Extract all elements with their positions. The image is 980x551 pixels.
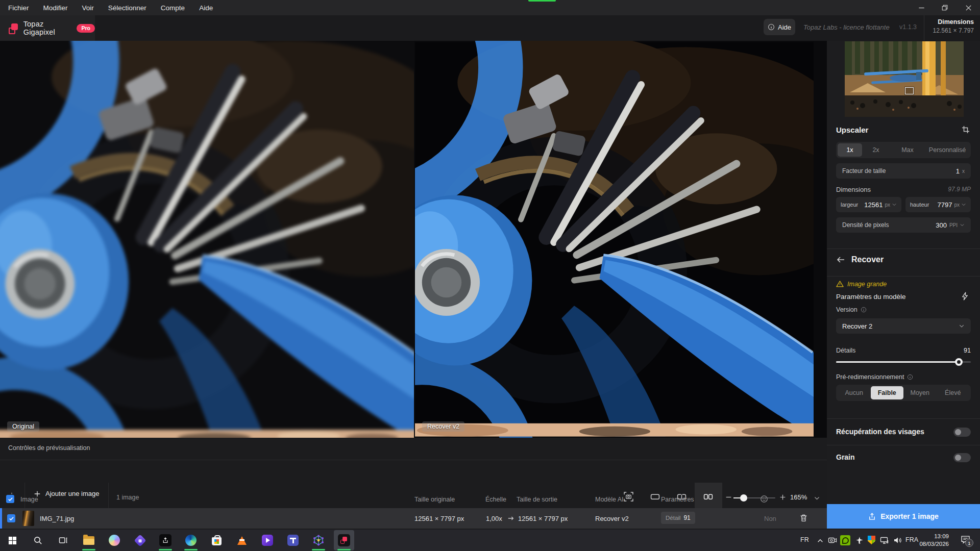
notification-badge: 1: [965, 539, 973, 547]
notification-center[interactable]: 1: [961, 535, 970, 544]
menu-fichier[interactable]: Fichier: [1, 0, 36, 15]
taskbar-search[interactable]: [28, 530, 48, 550]
smiley-icon[interactable]: [760, 495, 768, 503]
table-row[interactable]: IMG_71.jpg 12561 × 7797 px 1,00x 12561 ×…: [0, 508, 827, 529]
zoom-in-icon[interactable]: [779, 494, 786, 500]
crop-icon[interactable]: [962, 126, 970, 134]
preresize-moyen[interactable]: Moyen: [903, 386, 937, 399]
model-version-dropdown[interactable]: Recover 2: [836, 318, 971, 334]
menu-voir[interactable]: Voir: [75, 0, 101, 15]
grain-label: Grain: [836, 453, 855, 461]
mode-personnalise[interactable]: Personnalisé: [925, 143, 969, 157]
back-arrow-icon[interactable]: [836, 256, 845, 264]
menu-selectionner[interactable]: Sélectionner: [101, 0, 154, 15]
vlc-button[interactable]: [232, 530, 252, 550]
trash-icon[interactable]: [799, 514, 808, 522]
topaz-photo-ai-button[interactable]: [130, 530, 150, 550]
mode-1x[interactable]: 1x: [838, 143, 862, 157]
start-button[interactable]: [2, 530, 22, 550]
security-shield-icon[interactable]: [868, 536, 875, 544]
preview-area: Original Recover v2: [0, 41, 827, 438]
export-button[interactable]: Exporter 1 image: [827, 504, 980, 529]
running-indicator: [159, 549, 172, 550]
face-recovery-toggle[interactable]: [953, 428, 971, 437]
zoom-out-icon[interactable]: [725, 494, 732, 500]
microsoft-store-button[interactable]: [206, 530, 227, 550]
preresize-eleve[interactable]: Élevé: [937, 386, 970, 399]
snapshot-focus-icon[interactable]: [624, 492, 633, 502]
preresize-info-icon[interactable]: [907, 374, 913, 380]
col-ai-model[interactable]: Modèle AI: [595, 496, 624, 503]
airplane-mode-icon[interactable]: [855, 536, 864, 544]
tray-chevron-up-icon[interactable]: [817, 537, 824, 544]
screen-record-icon[interactable]: [828, 536, 837, 544]
topaz-video-ai-button[interactable]: [155, 530, 176, 550]
nvidia-icon[interactable]: [840, 535, 850, 545]
file-explorer-button[interactable]: [79, 530, 99, 550]
grain-toggle[interactable]: [953, 453, 971, 462]
header-dimensions-value: 12.561 × 7.797: [929, 27, 974, 34]
menu-modifier[interactable]: Modifier: [36, 0, 75, 15]
zoom-percent[interactable]: 165%: [790, 493, 807, 501]
vlc-icon: [237, 536, 247, 545]
col-scale[interactable]: Échelle: [485, 496, 506, 503]
param-chip[interactable]: Détail 91: [661, 512, 695, 524]
zoom-slider-handle[interactable]: [740, 494, 747, 502]
copilot-icon: [109, 535, 120, 546]
movies-tv-button[interactable]: [257, 530, 278, 550]
language-long[interactable]: FRA: [905, 536, 918, 543]
version-info-icon[interactable]: [861, 307, 867, 313]
teams-button[interactable]: [283, 530, 303, 550]
task-view-button[interactable]: [53, 530, 74, 550]
menu-aide[interactable]: Aide: [192, 0, 220, 15]
navigation-thumbnail[interactable]: [845, 41, 964, 117]
mesh-network-icon: [313, 535, 324, 546]
details-slider[interactable]: [836, 361, 971, 363]
details-label: Détails: [836, 347, 855, 354]
row-checkbox[interactable]: [7, 514, 15, 522]
face-recovery-label: Récupération des visages: [836, 428, 924, 436]
height-field[interactable]: hauteur 7797 px: [905, 197, 971, 212]
mode-max[interactable]: Max: [890, 143, 925, 157]
help-button[interactable]: Aide: [764, 19, 795, 35]
preresize-faible[interactable]: Faible: [871, 386, 904, 399]
clock[interactable]: 13:09 08/03/2026: [918, 533, 949, 548]
gigapixel-active-button[interactable]: [334, 530, 354, 550]
zoom-region-indicator[interactable]: [905, 87, 914, 94]
upscaler-title: Upscaler: [836, 126, 868, 134]
col-params[interactable]: Paramètres: [661, 496, 694, 503]
preview-pane-processed[interactable]: [415, 41, 827, 438]
col-image[interactable]: Image: [20, 496, 38, 503]
preresize-aucun[interactable]: Aucun: [838, 386, 871, 399]
select-all-checkbox[interactable]: [6, 495, 14, 503]
edge-button[interactable]: [181, 530, 201, 550]
mode-2x[interactable]: 2x: [862, 143, 890, 157]
title-bar: Fichier Modifier Voir Sélectionner Compt…: [0, 0, 980, 15]
mesh-app-button[interactable]: [308, 530, 329, 550]
minimize-button[interactable]: [910, 0, 933, 15]
section-divider: [827, 445, 980, 445]
preview-pane-original[interactable]: [0, 41, 414, 438]
close-button[interactable]: [957, 0, 980, 15]
pixel-density-field[interactable]: Densité de pixels 300 PPI: [836, 217, 971, 233]
lightning-icon[interactable]: [961, 292, 969, 300]
width-field[interactable]: largeur 12561 px: [836, 197, 901, 212]
restore-button[interactable]: [933, 0, 957, 15]
network-icon[interactable]: [880, 536, 889, 544]
single-view-icon[interactable]: [650, 492, 660, 502]
zoom-slider[interactable]: [733, 497, 775, 498]
menu-compte[interactable]: Compte: [154, 0, 192, 15]
details-slider-handle[interactable]: [955, 358, 963, 366]
density-chevron-icon: [960, 222, 965, 228]
dimensions-section-label: Dimensions: [836, 186, 871, 193]
volume-icon[interactable]: [893, 536, 902, 544]
scale-factor-field[interactable]: Facteur de taille 1 x: [836, 163, 971, 179]
zoom-chevron-icon[interactable]: [814, 495, 820, 502]
side-by-side-view-icon[interactable]: [703, 492, 713, 502]
language-short[interactable]: FR: [800, 536, 809, 543]
row-scale: 1,00x: [486, 515, 502, 522]
col-output-size[interactable]: Taille de sortie: [517, 496, 557, 503]
copilot-button[interactable]: [104, 530, 125, 550]
add-image-button[interactable]: Ajouter une image: [34, 490, 100, 497]
col-original-size[interactable]: Taille originale: [414, 496, 455, 503]
